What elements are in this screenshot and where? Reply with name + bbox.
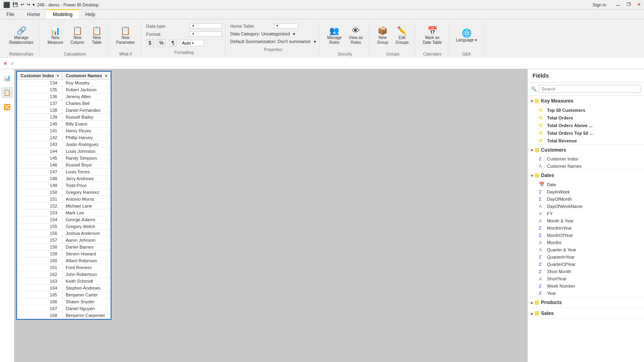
field-item-dayofmonth[interactable]: ΣDayOfMonth <box>528 195 644 203</box>
table-row[interactable]: 163Keith Schmidt <box>17 278 111 285</box>
field-item-short-month[interactable]: ΣShort Month <box>528 268 644 275</box>
restore-button[interactable]: ❐ <box>627 2 631 7</box>
tab-file[interactable]: File <box>0 10 21 19</box>
tab-modeling[interactable]: Modeling <box>46 9 79 19</box>
new-column-button[interactable]: 📋 NewColumn <box>68 25 87 47</box>
percent-button[interactable]: % <box>157 39 166 47</box>
model-view-icon[interactable]: 🔀 <box>2 101 13 113</box>
table-row[interactable]: 134Roy Murphy <box>17 80 111 86</box>
manage-relationships-button[interactable]: 🔗 ManageRelationships <box>6 25 36 47</box>
table-row[interactable]: 164Stephen Andrews <box>17 285 111 292</box>
table-row[interactable]: 160Albert Robinson <box>17 257 111 264</box>
field-item-top-50-customers[interactable]: ⊞Top 50 Customers <box>528 106 644 114</box>
new-group-button[interactable]: 📦 NewGroup <box>374 25 391 47</box>
table-row[interactable]: 143Justin Rodriguez <box>17 141 111 148</box>
tab-home[interactable]: Home <box>21 10 46 19</box>
field-item-monthinyear[interactable]: ΣMonthInYear <box>528 224 644 232</box>
table-row[interactable]: 149Todd Price <box>17 182 111 189</box>
field-item-customer-index[interactable]: ΣCustomer Index <box>528 155 644 162</box>
table-row[interactable]: 166Shawn Snyder <box>17 298 111 305</box>
summarization-arrow[interactable]: ▾ <box>314 39 316 44</box>
field-item-total-orders-top-50-...[interactable]: ⊞Total Orders Top 50 ... <box>528 129 644 137</box>
table-row[interactable]: 139Russell Bailey <box>17 114 111 121</box>
section-header-sales[interactable]: ▸⊞Sales <box>528 308 644 319</box>
table-row[interactable]: 168Benjamin Carpenter <box>17 312 111 319</box>
field-item-week-number[interactable]: ΣWeek Number <box>528 282 644 290</box>
table-row[interactable]: 142Phillip Harvey <box>17 134 111 141</box>
table-row[interactable]: 147Louis Torres <box>17 169 111 175</box>
field-item-customer-names[interactable]: ACustomer Names <box>528 162 644 170</box>
formula-cancel-icon[interactable]: ✕ <box>3 61 7 66</box>
quick-access-save[interactable]: 💾 <box>12 2 18 7</box>
table-row[interactable]: 153Mark Lee <box>17 210 111 216</box>
formula-confirm-icon[interactable]: ✓ <box>10 61 14 66</box>
mark-date-table-button[interactable]: 📅 Mark asDate Table <box>420 25 445 47</box>
table-row[interactable]: 136Jeremy Allen <box>17 93 111 100</box>
field-item-total-revenue[interactable]: ⊞Total Revenue <box>528 137 644 144</box>
table-row[interactable]: 165Benjamin Carter <box>17 292 111 298</box>
view-as-roles-button[interactable]: 👁 View asRoles <box>346 25 366 47</box>
data-category-arrow[interactable]: ▾ <box>293 32 295 36</box>
table-row[interactable]: 152Michael Lane <box>17 203 111 210</box>
language-button[interactable]: 🌐 Language ▾ <box>453 27 480 45</box>
table-row[interactable]: 146Russell Boyd <box>17 162 111 169</box>
field-item-total-orders[interactable]: ⊞Total Orders <box>528 114 644 121</box>
field-item-shortyear[interactable]: AShortYear <box>528 275 644 282</box>
sign-in-button[interactable]: Sign in <box>592 2 606 7</box>
field-item-dayofweekname[interactable]: ADayOfWeekName <box>528 203 644 210</box>
field-item-months[interactable]: AMonths <box>528 239 644 246</box>
table-row[interactable]: 157Aaron Johnson <box>17 237 111 244</box>
field-item-quarterofyear[interactable]: ΣQuarterOfYear <box>528 261 644 268</box>
table-row[interactable]: 137Charles Bell <box>17 100 111 107</box>
table-container[interactable]: Customer Index ▾ Customer Names ▾ 134Roy… <box>14 69 527 362</box>
field-item-date[interactable]: 📅Date <box>528 181 644 188</box>
field-item-monthofyear[interactable]: ΣMonthOfYear <box>528 232 644 239</box>
auto-dropdown[interactable]: Auto ▾ <box>180 40 204 46</box>
quick-access-customize[interactable]: ▾ <box>33 2 35 7</box>
table-row[interactable]: 167Daniel Nguyen <box>17 305 111 312</box>
section-header-key-measures[interactable]: ▾⊞Key Measures <box>528 96 644 106</box>
table-row[interactable]: 162John Robertson <box>17 271 111 278</box>
table-row[interactable]: 141Henry Reyes <box>17 128 111 134</box>
customer-index-menu[interactable]: ▾ <box>57 74 59 78</box>
table-row[interactable]: 156Joshua Anderson <box>17 230 111 237</box>
table-row[interactable]: 135Robert Jackson <box>17 86 111 93</box>
manage-roles-button[interactable]: 👥 ManageRoles <box>324 25 345 47</box>
tab-help[interactable]: Help <box>79 10 102 19</box>
field-item-month-&-year[interactable]: AMonth & Year <box>528 217 644 224</box>
table-row[interactable]: 150Gregory Ramirez <box>17 189 111 196</box>
table-row[interactable]: 144Louis Johnston <box>17 148 111 155</box>
field-item-quarterinyear[interactable]: ΣQuarterInYear <box>528 253 644 261</box>
new-table-button[interactable]: 📋 NewTable <box>89 25 105 47</box>
report-view-icon[interactable]: 📊 <box>2 72 13 84</box>
quick-access-redo[interactable]: ↪ <box>27 2 30 7</box>
edit-groups-button[interactable]: ✏️ EditGroups <box>392 25 411 47</box>
table-row[interactable]: 148Jerry Andrews <box>17 175 111 182</box>
section-header-customers[interactable]: ▾⊞Customers <box>528 145 644 155</box>
customer-names-menu[interactable]: ▾ <box>105 74 107 78</box>
section-header-products[interactable]: ▸⊞Products <box>528 297 644 308</box>
new-parameter-button[interactable]: 📋 NewParameter <box>113 25 138 47</box>
table-row[interactable]: 155Gregory Welch <box>17 223 111 230</box>
minimize-button[interactable]: — <box>616 2 620 7</box>
dollar-button[interactable]: $ <box>146 39 154 47</box>
format-dropdown[interactable]: ▾ <box>190 31 222 37</box>
table-row[interactable]: 151Antonio Morris <box>17 196 111 203</box>
section-header-dates[interactable]: ▾⊞Dates <box>528 170 644 181</box>
field-item-quarter-&-year[interactable]: AQuarter & Year <box>528 246 644 253</box>
quick-access-undo[interactable]: ↩ <box>21 2 24 7</box>
search-input[interactable] <box>539 85 641 93</box>
field-item-fy[interactable]: AFY <box>528 210 644 217</box>
table-row[interactable]: 154George Adams <box>17 216 111 223</box>
table-row[interactable]: 140Billy Evans <box>17 121 111 128</box>
data-view-icon[interactable]: 📋 <box>2 87 13 98</box>
table-row[interactable]: 159Steven Howard <box>17 251 111 257</box>
table-row[interactable]: 145Randy Simpson <box>17 155 111 162</box>
new-measure-button[interactable]: 📊 NewMeasure <box>45 25 66 47</box>
home-table-dropdown[interactable]: ▾ <box>274 23 298 29</box>
field-item-dayinweek[interactable]: ΣDayInWeek <box>528 188 644 195</box>
comma-button[interactable]: ¶ <box>169 39 176 47</box>
table-row[interactable]: 138Daniel Fernandez <box>17 107 111 114</box>
table-row[interactable]: 161Fred Romero <box>17 264 111 271</box>
table-row[interactable]: 158Daniel Barnes <box>17 244 111 251</box>
